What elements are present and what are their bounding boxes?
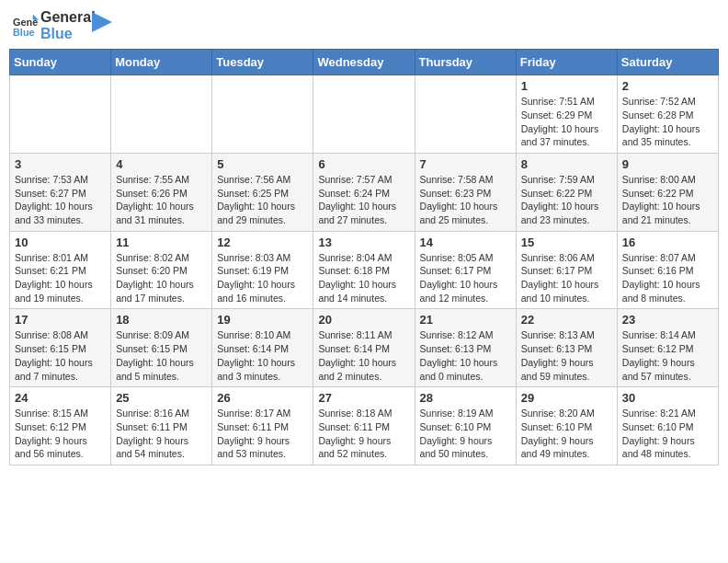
day-number: 17 xyxy=(15,313,106,327)
calendar-cell: 15Sunrise: 8:06 AM Sunset: 6:17 PM Dayli… xyxy=(516,231,617,309)
day-info: Sunrise: 8:14 AM Sunset: 6:12 PM Dayligh… xyxy=(622,328,713,383)
logo-icon: General Blue xyxy=(13,13,39,39)
calendar-table: SundayMondayTuesdayWednesdayThursdayFrid… xyxy=(9,49,719,465)
day-number: 5 xyxy=(217,157,308,171)
day-number: 26 xyxy=(217,391,308,405)
day-info: Sunrise: 8:01 AM Sunset: 6:21 PM Dayligh… xyxy=(15,251,106,305)
logo: General Blue General Blue xyxy=(13,9,112,41)
calendar-cell: 2Sunrise: 7:52 AM Sunset: 6:28 PM Daylig… xyxy=(617,75,718,154)
day-info: Sunrise: 8:15 AM Sunset: 6:12 PM Dayligh… xyxy=(15,407,106,461)
day-number: 22 xyxy=(521,313,612,327)
calendar-cell: 29Sunrise: 8:20 AM Sunset: 6:10 PM Dayli… xyxy=(516,387,617,465)
calendar-cell: 28Sunrise: 8:19 AM Sunset: 6:10 PM Dayli… xyxy=(415,387,516,465)
day-info: Sunrise: 8:20 AM Sunset: 6:10 PM Dayligh… xyxy=(521,407,612,461)
day-info: Sunrise: 8:18 AM Sunset: 6:11 PM Dayligh… xyxy=(318,407,409,461)
calendar-cell: 12Sunrise: 8:03 AM Sunset: 6:19 PM Dayli… xyxy=(212,231,313,309)
calendar-cell xyxy=(212,75,313,154)
day-number: 11 xyxy=(116,236,207,249)
day-info: Sunrise: 8:12 AM Sunset: 6:13 PM Dayligh… xyxy=(420,328,511,383)
day-number: 20 xyxy=(318,313,409,327)
logo-text-blue: Blue xyxy=(40,26,96,42)
calendar-week-3: 10Sunrise: 8:01 AM Sunset: 6:21 PM Dayli… xyxy=(10,231,719,309)
calendar-cell: 20Sunrise: 8:11 AM Sunset: 6:14 PM Dayli… xyxy=(313,309,415,387)
calendar-cell: 9Sunrise: 8:00 AM Sunset: 6:22 PM Daylig… xyxy=(617,153,718,231)
calendar-week-5: 24Sunrise: 8:15 AM Sunset: 6:12 PM Dayli… xyxy=(10,387,719,465)
day-number: 30 xyxy=(622,391,713,405)
calendar-cell: 6Sunrise: 7:57 AM Sunset: 6:24 PM Daylig… xyxy=(313,153,415,231)
day-info: Sunrise: 8:21 AM Sunset: 6:10 PM Dayligh… xyxy=(622,407,713,461)
calendar-cell: 1Sunrise: 7:51 AM Sunset: 6:29 PM Daylig… xyxy=(516,75,617,154)
weekday-header-saturday: Saturday xyxy=(617,50,718,75)
day-info: Sunrise: 7:53 AM Sunset: 6:27 PM Dayligh… xyxy=(15,173,106,227)
weekday-header-row: SundayMondayTuesdayWednesdayThursdayFrid… xyxy=(10,50,719,75)
calendar-cell: 30Sunrise: 8:21 AM Sunset: 6:10 PM Dayli… xyxy=(617,387,718,465)
calendar-cell: 26Sunrise: 8:17 AM Sunset: 6:11 PM Dayli… xyxy=(212,387,313,465)
day-info: Sunrise: 8:19 AM Sunset: 6:10 PM Dayligh… xyxy=(420,407,511,461)
calendar-cell: 10Sunrise: 8:01 AM Sunset: 6:21 PM Dayli… xyxy=(10,231,111,309)
day-number: 24 xyxy=(15,391,106,405)
day-number: 23 xyxy=(622,313,713,327)
calendar-cell: 13Sunrise: 8:04 AM Sunset: 6:18 PM Dayli… xyxy=(313,231,415,309)
page-header: General Blue General Blue xyxy=(9,9,719,41)
day-info: Sunrise: 8:13 AM Sunset: 6:13 PM Dayligh… xyxy=(521,328,612,383)
day-number: 12 xyxy=(217,236,308,249)
calendar-cell: 19Sunrise: 8:10 AM Sunset: 6:14 PM Dayli… xyxy=(212,309,313,387)
calendar-cell xyxy=(111,75,212,154)
calendar-cell: 5Sunrise: 7:56 AM Sunset: 6:25 PM Daylig… xyxy=(212,153,313,231)
day-number: 18 xyxy=(116,313,207,327)
calendar-cell xyxy=(313,75,415,154)
weekday-header-monday: Monday xyxy=(111,50,212,75)
day-number: 27 xyxy=(318,391,409,405)
svg-marker-3 xyxy=(92,12,112,32)
weekday-header-thursday: Thursday xyxy=(415,50,516,75)
day-info: Sunrise: 8:04 AM Sunset: 6:18 PM Dayligh… xyxy=(318,251,409,305)
calendar-week-1: 1Sunrise: 7:51 AM Sunset: 6:29 PM Daylig… xyxy=(10,75,719,154)
day-info: Sunrise: 7:52 AM Sunset: 6:28 PM Dayligh… xyxy=(622,95,713,149)
day-info: Sunrise: 7:58 AM Sunset: 6:23 PM Dayligh… xyxy=(420,173,511,227)
weekday-header-tuesday: Tuesday xyxy=(212,50,313,75)
day-info: Sunrise: 8:06 AM Sunset: 6:17 PM Dayligh… xyxy=(521,251,612,305)
day-info: Sunrise: 7:59 AM Sunset: 6:22 PM Dayligh… xyxy=(521,173,612,227)
day-number: 4 xyxy=(116,157,207,171)
day-number: 19 xyxy=(217,313,308,327)
calendar-cell xyxy=(10,75,111,154)
day-info: Sunrise: 7:56 AM Sunset: 6:25 PM Dayligh… xyxy=(217,173,308,227)
day-number: 2 xyxy=(622,79,713,93)
weekday-header-friday: Friday xyxy=(516,50,617,75)
day-number: 10 xyxy=(15,236,106,249)
day-info: Sunrise: 8:10 AM Sunset: 6:14 PM Dayligh… xyxy=(217,328,308,383)
day-info: Sunrise: 8:08 AM Sunset: 6:15 PM Dayligh… xyxy=(15,328,106,383)
calendar-week-4: 17Sunrise: 8:08 AM Sunset: 6:15 PM Dayli… xyxy=(10,309,719,387)
calendar-cell: 18Sunrise: 8:09 AM Sunset: 6:15 PM Dayli… xyxy=(111,309,212,387)
calendar-cell: 3Sunrise: 7:53 AM Sunset: 6:27 PM Daylig… xyxy=(10,153,111,231)
day-number: 21 xyxy=(420,313,511,327)
logo-arrow-icon xyxy=(92,12,112,32)
day-number: 28 xyxy=(420,391,511,405)
day-info: Sunrise: 8:02 AM Sunset: 6:20 PM Dayligh… xyxy=(116,251,207,305)
day-number: 16 xyxy=(622,236,713,249)
day-info: Sunrise: 8:05 AM Sunset: 6:17 PM Dayligh… xyxy=(420,251,511,305)
day-number: 6 xyxy=(318,157,409,171)
day-number: 7 xyxy=(420,157,511,171)
calendar-cell: 23Sunrise: 8:14 AM Sunset: 6:12 PM Dayli… xyxy=(617,309,718,387)
day-info: Sunrise: 8:11 AM Sunset: 6:14 PM Dayligh… xyxy=(318,328,409,383)
calendar-cell: 25Sunrise: 8:16 AM Sunset: 6:11 PM Dayli… xyxy=(111,387,212,465)
calendar-cell: 16Sunrise: 8:07 AM Sunset: 6:16 PM Dayli… xyxy=(617,231,718,309)
day-number: 13 xyxy=(318,236,409,249)
svg-text:Blue: Blue xyxy=(13,26,35,37)
day-info: Sunrise: 7:55 AM Sunset: 6:26 PM Dayligh… xyxy=(116,173,207,227)
logo-text-general: General xyxy=(40,9,96,26)
calendar-cell: 21Sunrise: 8:12 AM Sunset: 6:13 PM Dayli… xyxy=(415,309,516,387)
weekday-header-sunday: Sunday xyxy=(10,50,111,75)
day-number: 29 xyxy=(521,391,612,405)
day-number: 1 xyxy=(521,79,612,93)
day-info: Sunrise: 8:07 AM Sunset: 6:16 PM Dayligh… xyxy=(622,251,713,305)
day-info: Sunrise: 8:03 AM Sunset: 6:19 PM Dayligh… xyxy=(217,251,308,305)
calendar-cell xyxy=(415,75,516,154)
day-info: Sunrise: 8:17 AM Sunset: 6:11 PM Dayligh… xyxy=(217,407,308,461)
calendar-cell: 22Sunrise: 8:13 AM Sunset: 6:13 PM Dayli… xyxy=(516,309,617,387)
calendar-cell: 4Sunrise: 7:55 AM Sunset: 6:26 PM Daylig… xyxy=(111,153,212,231)
day-number: 3 xyxy=(15,157,106,171)
day-info: Sunrise: 8:00 AM Sunset: 6:22 PM Dayligh… xyxy=(622,173,713,227)
calendar-cell: 24Sunrise: 8:15 AM Sunset: 6:12 PM Dayli… xyxy=(10,387,111,465)
